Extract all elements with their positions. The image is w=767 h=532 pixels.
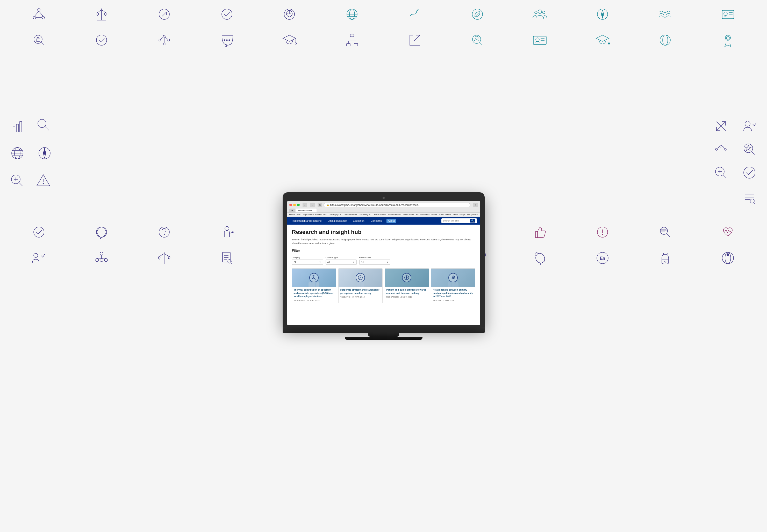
bookmark-5[interactable]: University of... bbox=[359, 213, 372, 216]
bookmark-button[interactable]: ☆ bbox=[473, 203, 478, 207]
filter-category-select[interactable]: All ▼ bbox=[292, 260, 323, 265]
url-text: https://www.gmc-uk.org/about/what-we-do-… bbox=[330, 204, 420, 206]
browser-controls: ‹ › ↻ 🔒 https://www.gmc-uk.org/about/wha… bbox=[289, 203, 478, 207]
filter-publish-date: Publish Date All ▼ bbox=[359, 256, 390, 265]
svg-rect-158 bbox=[223, 252, 230, 262]
svg-marker-90 bbox=[43, 153, 46, 158]
svg-line-123 bbox=[230, 232, 232, 233]
svg-point-52 bbox=[295, 43, 297, 44]
graduation-cap-icon bbox=[280, 31, 299, 50]
close-button[interactable] bbox=[289, 204, 292, 206]
tab-active[interactable]: Research and insight archive - GMC bbox=[296, 209, 317, 212]
nav-education[interactable]: Education bbox=[351, 219, 366, 223]
svg-point-124 bbox=[232, 232, 234, 233]
nav-about[interactable]: About bbox=[386, 219, 396, 223]
card-title-3[interactable]: Patient and public attitudes towards con… bbox=[386, 288, 427, 295]
card-icon-circle-3 bbox=[402, 273, 411, 282]
laptop-camera bbox=[383, 197, 385, 199]
card-title-1[interactable]: The vital contribution of specialty and … bbox=[294, 288, 334, 298]
dots-path-icon bbox=[711, 140, 731, 159]
svg-point-37 bbox=[96, 35, 107, 45]
card-body-2: Corporate strategy and stakeholder perce… bbox=[339, 287, 382, 300]
address-bar[interactable]: 🔒 https://www.gmc-uk.org/about/what-we-d… bbox=[324, 203, 470, 207]
svg-point-12 bbox=[222, 9, 232, 19]
svg-rect-65 bbox=[533, 36, 546, 45]
chevron-down-icon-3: ▼ bbox=[386, 261, 389, 263]
nav-ethical[interactable]: Ethical guidance bbox=[326, 219, 348, 223]
nav-registration[interactable]: Registration and licensing bbox=[290, 219, 323, 223]
person-point-icon bbox=[217, 223, 237, 242]
svg-point-66 bbox=[536, 38, 539, 41]
svg-point-144 bbox=[34, 253, 38, 257]
globe-icon bbox=[342, 5, 362, 24]
search-bar[interactable]: 🔍 bbox=[441, 218, 477, 223]
refresh-button[interactable]: ↻ bbox=[318, 203, 322, 207]
bookmark-3[interactable]: Duolingo | La... bbox=[329, 213, 343, 216]
maximize-button[interactable] bbox=[297, 204, 300, 206]
gmc-content: Research and insight hub You can find al… bbox=[287, 225, 480, 307]
card-title-4[interactable]: Relationships between primary medical qu… bbox=[433, 288, 473, 298]
bookmark-10[interactable]: Brand Design...ase | D&AD bbox=[453, 213, 478, 216]
gmc-nav: Registration and licensing Ethical guida… bbox=[287, 217, 480, 225]
svg-point-183 bbox=[725, 252, 731, 264]
bookmark-7[interactable]: iPhone Mocku...plates Store bbox=[388, 213, 414, 216]
svg-point-28 bbox=[602, 14, 603, 15]
laptop: ‹ › ↻ 🔒 https://www.gmc-uk.org/about/wha… bbox=[283, 192, 485, 340]
bookmark-8[interactable]: RM Easimaths - Home bbox=[416, 213, 437, 216]
laptop-base bbox=[283, 327, 485, 333]
card-body-1: The vital contribution of specialty and … bbox=[292, 287, 336, 303]
forward-button[interactable]: › bbox=[310, 203, 315, 207]
wave-lines-icon bbox=[656, 5, 675, 24]
laptop-screen: ‹ › ↻ 🔒 https://www.gmc-uk.org/about/wha… bbox=[287, 201, 480, 325]
globe-location-icon bbox=[718, 248, 738, 268]
magnify-icon bbox=[34, 115, 53, 135]
svg-point-92 bbox=[11, 175, 20, 184]
back-button[interactable]: ‹ bbox=[303, 203, 307, 207]
svg-point-63 bbox=[475, 36, 478, 39]
svg-point-116 bbox=[750, 199, 754, 203]
svg-marker-69 bbox=[596, 35, 609, 41]
svg-line-104 bbox=[752, 152, 755, 154]
minimize-button[interactable] bbox=[293, 204, 296, 206]
bookmark-home[interactable]: Home - BBC bbox=[289, 213, 301, 216]
search-input[interactable] bbox=[443, 219, 469, 222]
nav-concerns[interactable]: Concerns bbox=[369, 219, 383, 223]
svg-point-107 bbox=[724, 148, 726, 150]
svg-point-81 bbox=[38, 119, 46, 128]
svg-marker-50 bbox=[283, 35, 296, 41]
svg-line-64 bbox=[480, 42, 482, 45]
svg-point-121 bbox=[164, 234, 164, 235]
list-search-right-icon bbox=[740, 188, 759, 207]
svg-line-163 bbox=[231, 263, 232, 264]
search-button[interactable]: 🔍 bbox=[470, 219, 475, 223]
svg-line-112 bbox=[723, 175, 726, 178]
exclamation-circle-icon bbox=[593, 223, 612, 242]
svg-point-120 bbox=[159, 227, 169, 237]
bookmark-9[interactable]: SIMS Parent bbox=[439, 213, 451, 216]
card-title-2[interactable]: Corporate strategy and stakeholder perce… bbox=[340, 288, 381, 295]
bookmark-6[interactable]: Ref:1790598 bbox=[374, 213, 386, 216]
svg-point-75 bbox=[725, 35, 731, 40]
filter-date-select[interactable]: All ▼ bbox=[359, 260, 390, 265]
svg-line-156 bbox=[160, 254, 164, 256]
card-meta-2: RESEARCH | 7 MAR 2019 bbox=[340, 296, 381, 298]
filter-content-select[interactable]: All ▼ bbox=[326, 260, 357, 265]
graduation-cap-2-icon bbox=[593, 31, 612, 50]
svg-point-2 bbox=[42, 16, 45, 19]
svg-point-73 bbox=[663, 35, 668, 45]
people-bg-1 bbox=[292, 280, 336, 287]
svg-line-36 bbox=[41, 42, 43, 45]
card-image-1 bbox=[292, 269, 336, 287]
bookmark-4[interactable]: earch for free bbox=[345, 213, 357, 216]
tab-apps[interactable]: ⊞ bbox=[289, 209, 295, 212]
bookmark-2[interactable]: https://www...t/on/bio-sets bbox=[303, 213, 326, 216]
svg-line-45 bbox=[160, 37, 163, 39]
svg-point-30 bbox=[724, 12, 727, 16]
star-search-icon bbox=[740, 140, 759, 159]
svg-marker-26 bbox=[601, 10, 604, 14]
svg-point-109 bbox=[715, 167, 724, 176]
laptop-body: ‹ › ↻ 🔒 https://www.gmc-uk.org/about/wha… bbox=[283, 192, 485, 327]
filter-date-label: Publish Date bbox=[359, 256, 390, 259]
people-bg-4 bbox=[431, 280, 475, 287]
hierarchy-icon bbox=[342, 31, 362, 50]
